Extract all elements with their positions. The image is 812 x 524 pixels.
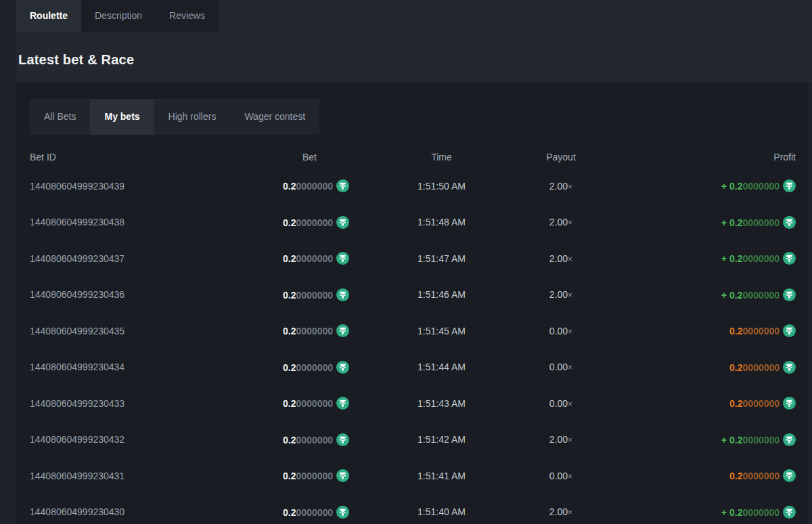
bet-amount-cell: 0.20000000 [267,506,349,519]
tab-all-bets[interactable]: All Bets [30,99,90,135]
multiplier-sign: × [568,435,572,445]
multiplier-sign: × [568,472,572,481]
header-bet: Bet [267,152,349,162]
bet-id-cell[interactable]: 144080604999230439 [30,181,267,192]
tether-coin-icon [783,397,796,410]
payout-cell: 2.00× [534,289,588,300]
payout-cell: 0.00× [534,326,588,336]
bet-row[interactable]: 144080604999230436 0.20000000 1:51:46 AM… [30,277,796,313]
bet-amount-cell: 0.20000000 [267,397,349,410]
bet-amount-cell: 0.20000000 [267,433,349,446]
tether-coin-icon [336,252,349,265]
bet-id-cell[interactable]: 144080604999230434 [30,362,267,372]
bet-time-cell: 1:51:50 AM [349,181,534,192]
bet-time-cell: 1:51:46 AM [349,289,534,300]
tether-coin-icon [336,288,349,301]
payout-cell: 2.00× [534,253,588,264]
bet-row[interactable]: 144080604999230439 0.20000000 1:51:50 AM… [30,168,796,204]
bet-time-cell: 1:51:41 AM [349,471,534,481]
payout-cell: 2.00× [534,434,588,445]
bets-filter-tabs: All Bets My bets High rollers Wager cont… [30,99,319,135]
bet-row[interactable]: 144080604999230430 0.20000000 1:51:40 AM… [30,494,796,524]
bet-time-cell: 1:51:48 AM [349,217,534,227]
bet-amount-cell: 0.20000000 [267,469,349,482]
multiplier-sign: × [568,508,572,517]
bet-time-cell: 1:51:42 AM [349,434,534,445]
tether-coin-icon [336,469,349,482]
bet-row[interactable]: 144080604999230431 0.20000000 1:51:41 AM… [30,458,796,494]
profit-cell: 0.20000000 [588,397,796,410]
payout-cell: 2.00× [534,506,588,517]
tab-high-rollers[interactable]: High rollers [154,99,231,135]
tether-coin-icon [783,506,796,519]
profit-cell: +0.20000000 [588,179,796,192]
bet-row[interactable]: 144080604999230432 0.20000000 1:51:42 AM… [30,422,796,458]
payout-cell: 0.00× [534,471,588,481]
bet-amount-cell: 0.20000000 [267,216,349,229]
bets-panel: All Bets My bets High rollers Wager cont… [16,83,808,524]
bet-amount-cell: 0.20000000 [267,324,349,337]
tether-coin-icon [336,179,349,192]
bet-id-cell[interactable]: 144080604999230432 [30,434,267,445]
bet-time-cell: 1:51:43 AM [349,398,534,409]
payout-cell: 0.00× [534,362,588,372]
tether-coin-icon [336,216,349,229]
profit-cell: +0.20000000 [588,216,796,229]
section-title: Latest bet & Race [16,32,812,68]
bet-id-cell[interactable]: 144080604999230438 [30,217,267,227]
bet-amount-cell: 0.20000000 [267,288,349,301]
profit-cell: 0.20000000 [588,469,796,482]
header-time: Time [349,152,534,162]
multiplier-sign: × [568,218,572,227]
tab-reviews[interactable]: Reviews [156,0,219,32]
bet-row[interactable]: 144080604999230437 0.20000000 1:51:47 AM… [30,240,796,277]
tether-coin-icon [783,433,796,446]
payout-cell: 2.00× [534,217,588,227]
multiplier-sign: × [568,290,572,300]
tether-coin-icon [783,179,796,192]
payout-cell: 2.00× [534,181,588,192]
bet-time-cell: 1:51:47 AM [349,253,534,264]
bet-time-cell: 1:51:45 AM [349,326,534,336]
bet-id-cell[interactable]: 144080604999230435 [30,326,267,336]
bet-id-cell[interactable]: 144080604999230430 [30,506,267,517]
tether-coin-icon [336,361,349,374]
profit-cell: +0.20000000 [588,506,796,519]
tab-wager-contest[interactable]: Wager contest [230,99,319,135]
bet-id-cell[interactable]: 144080604999230433 [30,398,267,409]
tether-coin-icon [783,361,796,374]
profit-cell: 0.20000000 [588,324,796,337]
tether-coin-icon [336,397,349,410]
tether-coin-icon [783,288,796,301]
profit-cell: +0.20000000 [588,252,796,265]
tab-description[interactable]: Description [81,0,156,32]
bet-amount-cell: 0.20000000 [267,179,349,192]
bet-row[interactable]: 144080604999230438 0.20000000 1:51:48 AM… [30,204,796,241]
header-profit: Profit [588,152,796,162]
multiplier-sign: × [568,399,572,409]
profit-cell: +0.20000000 [588,433,796,446]
bet-id-cell[interactable]: 144080604999230431 [30,471,267,481]
bet-time-cell: 1:51:44 AM [349,362,534,372]
bet-row[interactable]: 144080604999230434 0.20000000 1:51:44 AM… [30,349,796,386]
bet-amount-cell: 0.20000000 [267,252,349,265]
tab-my-bets[interactable]: My bets [90,99,154,135]
bet-id-cell[interactable]: 144080604999230437 [30,253,267,264]
tab-roulette[interactable]: Roulette [16,0,81,32]
tether-coin-icon [336,506,349,519]
payout-cell: 0.00× [534,398,588,409]
header-bet-id: Bet ID [30,152,267,162]
multiplier-sign: × [568,255,572,264]
tether-coin-icon [783,324,796,337]
tether-coin-icon [783,252,796,265]
bet-id-cell[interactable]: 144080604999230436 [30,289,267,300]
bet-row[interactable]: 144080604999230433 0.20000000 1:51:43 AM… [30,385,796,422]
tether-coin-icon [336,324,349,337]
table-header: Bet ID Bet Time Payout Profit [30,152,796,162]
profit-cell: 0.20000000 [588,361,796,374]
bet-row[interactable]: 144080604999230435 0.20000000 1:51:45 AM… [30,313,796,349]
multiplier-sign: × [568,327,572,336]
bet-amount-cell: 0.20000000 [267,361,349,374]
bet-time-cell: 1:51:40 AM [349,506,534,517]
tether-coin-icon [336,433,349,446]
